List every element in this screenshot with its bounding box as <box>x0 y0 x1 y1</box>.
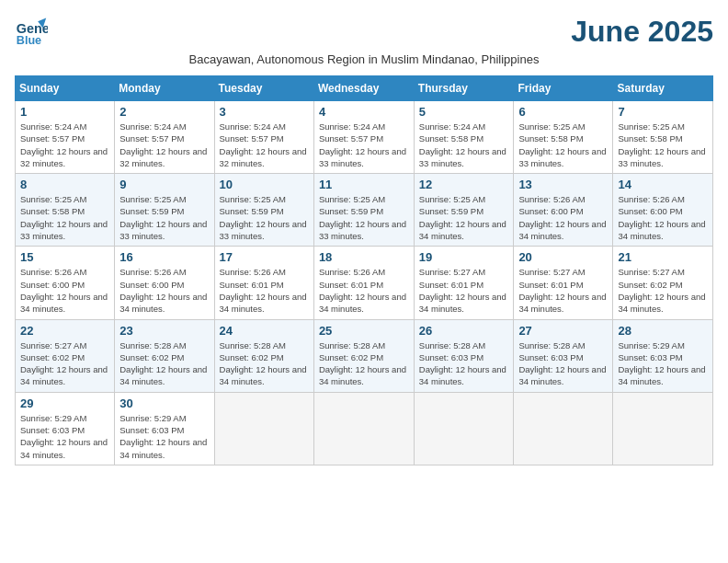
day-number: 21 <box>618 250 708 264</box>
day-info: Sunrise: 5:27 AMSunset: 6:01 PMDaylight:… <box>419 266 509 315</box>
header-monday: Monday <box>115 76 214 101</box>
header-wednesday: Wednesday <box>313 76 414 101</box>
day-number: 27 <box>518 324 608 338</box>
day-number: 20 <box>518 250 608 264</box>
day-info: Sunrise: 5:25 AMSunset: 5:58 PMDaylight:… <box>518 121 608 169</box>
day-info: Sunrise: 5:26 AMSunset: 6:00 PMDaylight:… <box>618 193 708 242</box>
day-number: 29 <box>20 396 109 410</box>
table-row: 18 Sunrise: 5:26 AMSunset: 6:01 PMDaylig… <box>313 247 414 319</box>
day-number: 24 <box>220 324 309 338</box>
day-number: 16 <box>119 250 209 264</box>
day-info: Sunrise: 5:28 AMSunset: 6:02 PMDaylight:… <box>220 339 309 388</box>
day-number: 5 <box>419 105 509 119</box>
calendar-week-row: 22 Sunrise: 5:27 AMSunset: 6:02 PMDaylig… <box>16 319 713 392</box>
logo-icon: General Blue <box>15 15 48 48</box>
table-row: 20 Sunrise: 5:27 AMSunset: 6:01 PMDaylig… <box>514 247 613 319</box>
day-info: Sunrise: 5:29 AMSunset: 6:03 PMDaylight:… <box>119 412 209 461</box>
day-info: Sunrise: 5:26 AMSunset: 6:01 PMDaylight:… <box>319 266 409 315</box>
table-row <box>214 392 313 465</box>
table-row: 4 Sunrise: 5:24 AMSunset: 5:57 PMDayligh… <box>313 101 414 174</box>
header-thursday: Thursday <box>414 76 514 101</box>
table-row: 22 Sunrise: 5:27 AMSunset: 6:02 PMDaylig… <box>16 319 115 392</box>
logo: General Blue <box>15 15 48 48</box>
svg-text:Blue: Blue <box>17 34 41 47</box>
day-number: 19 <box>419 250 509 264</box>
day-info: Sunrise: 5:26 AMSunset: 6:00 PMDaylight:… <box>518 193 608 242</box>
table-row: 7 Sunrise: 5:25 AMSunset: 5:58 PMDayligh… <box>613 101 713 174</box>
table-row: 26 Sunrise: 5:28 AMSunset: 6:03 PMDaylig… <box>414 319 514 392</box>
table-row: 10 Sunrise: 5:25 AMSunset: 5:59 PMDaylig… <box>214 174 313 247</box>
day-info: Sunrise: 5:24 AMSunset: 5:57 PMDaylight:… <box>20 121 109 169</box>
header-friday: Friday <box>514 76 613 101</box>
header-saturday: Saturday <box>613 76 713 101</box>
day-number: 15 <box>20 250 109 264</box>
day-number: 22 <box>20 324 109 338</box>
day-number: 6 <box>518 105 608 119</box>
day-info: Sunrise: 5:25 AMSunset: 5:59 PMDaylight:… <box>419 193 509 242</box>
table-row: 19 Sunrise: 5:27 AMSunset: 6:01 PMDaylig… <box>414 247 514 319</box>
day-number: 25 <box>319 324 409 338</box>
table-row: 3 Sunrise: 5:24 AMSunset: 5:57 PMDayligh… <box>214 101 313 174</box>
table-row: 28 Sunrise: 5:29 AMSunset: 6:03 PMDaylig… <box>613 319 713 392</box>
calendar-week-row: 29 Sunrise: 5:29 AMSunset: 6:03 PMDaylig… <box>16 392 713 465</box>
day-info: Sunrise: 5:24 AMSunset: 5:58 PMDaylight:… <box>419 121 509 169</box>
calendar: Sunday Monday Tuesday Wednesday Thursday… <box>15 75 713 465</box>
day-info: Sunrise: 5:25 AMSunset: 5:59 PMDaylight:… <box>220 193 309 242</box>
table-row: 6 Sunrise: 5:25 AMSunset: 5:58 PMDayligh… <box>514 101 613 174</box>
day-number: 2 <box>119 105 209 119</box>
day-info: Sunrise: 5:25 AMSunset: 5:58 PMDaylight:… <box>20 193 109 242</box>
table-row: 16 Sunrise: 5:26 AMSunset: 6:00 PMDaylig… <box>115 247 214 319</box>
day-number: 3 <box>220 105 309 119</box>
table-row: 1 Sunrise: 5:24 AMSunset: 5:57 PMDayligh… <box>16 101 115 174</box>
table-row: 30 Sunrise: 5:29 AMSunset: 6:03 PMDaylig… <box>115 392 214 465</box>
calendar-week-row: 15 Sunrise: 5:26 AMSunset: 6:00 PMDaylig… <box>16 247 713 319</box>
weekday-header-row: Sunday Monday Tuesday Wednesday Thursday… <box>16 76 713 101</box>
day-info: Sunrise: 5:28 AMSunset: 6:03 PMDaylight:… <box>518 339 608 388</box>
table-row: 8 Sunrise: 5:25 AMSunset: 5:58 PMDayligh… <box>16 174 115 247</box>
day-number: 18 <box>319 250 409 264</box>
table-row: 14 Sunrise: 5:26 AMSunset: 6:00 PMDaylig… <box>613 174 713 247</box>
calendar-week-row: 1 Sunrise: 5:24 AMSunset: 5:57 PMDayligh… <box>16 101 713 174</box>
header-tuesday: Tuesday <box>214 76 313 101</box>
day-info: Sunrise: 5:27 AMSunset: 6:02 PMDaylight:… <box>20 339 109 388</box>
day-info: Sunrise: 5:29 AMSunset: 6:03 PMDaylight:… <box>618 339 708 388</box>
day-info: Sunrise: 5:24 AMSunset: 5:57 PMDaylight:… <box>319 121 409 169</box>
day-number: 30 <box>119 396 209 410</box>
day-number: 26 <box>419 324 509 338</box>
table-row: 11 Sunrise: 5:25 AMSunset: 5:59 PMDaylig… <box>313 174 414 247</box>
day-info: Sunrise: 5:27 AMSunset: 6:01 PMDaylight:… <box>518 266 608 315</box>
day-number: 13 <box>518 178 608 191</box>
table-row <box>414 392 514 465</box>
day-number: 14 <box>618 178 708 191</box>
table-row: 25 Sunrise: 5:28 AMSunset: 6:02 PMDaylig… <box>313 319 414 392</box>
header: General Blue June 2025 <box>15 15 713 49</box>
calendar-week-row: 8 Sunrise: 5:25 AMSunset: 5:58 PMDayligh… <box>16 174 713 247</box>
day-info: Sunrise: 5:28 AMSunset: 6:02 PMDaylight:… <box>319 339 409 388</box>
table-row: 23 Sunrise: 5:28 AMSunset: 6:02 PMDaylig… <box>115 319 214 392</box>
day-number: 10 <box>220 178 309 191</box>
day-number: 7 <box>618 105 708 119</box>
table-row: 29 Sunrise: 5:29 AMSunset: 6:03 PMDaylig… <box>16 392 115 465</box>
table-row: 13 Sunrise: 5:26 AMSunset: 6:00 PMDaylig… <box>514 174 613 247</box>
day-number: 12 <box>419 178 509 191</box>
table-row: 27 Sunrise: 5:28 AMSunset: 6:03 PMDaylig… <box>514 319 613 392</box>
day-info: Sunrise: 5:26 AMSunset: 6:01 PMDaylight:… <box>220 266 309 315</box>
day-number: 11 <box>319 178 409 191</box>
day-info: Sunrise: 5:26 AMSunset: 6:00 PMDaylight:… <box>20 266 109 315</box>
day-info: Sunrise: 5:28 AMSunset: 6:03 PMDaylight:… <box>419 339 509 388</box>
day-info: Sunrise: 5:25 AMSunset: 5:59 PMDaylight:… <box>319 193 409 242</box>
table-row: 12 Sunrise: 5:25 AMSunset: 5:59 PMDaylig… <box>414 174 514 247</box>
day-info: Sunrise: 5:26 AMSunset: 6:00 PMDaylight:… <box>119 266 209 315</box>
table-row: 5 Sunrise: 5:24 AMSunset: 5:58 PMDayligh… <box>414 101 514 174</box>
day-number: 1 <box>20 105 109 119</box>
day-number: 28 <box>618 324 708 338</box>
month-title: June 2025 <box>571 15 713 49</box>
day-info: Sunrise: 5:28 AMSunset: 6:02 PMDaylight:… <box>119 339 209 388</box>
day-number: 8 <box>20 178 109 191</box>
day-info: Sunrise: 5:24 AMSunset: 5:57 PMDaylight:… <box>119 121 209 169</box>
table-row <box>313 392 414 465</box>
table-row: 24 Sunrise: 5:28 AMSunset: 6:02 PMDaylig… <box>214 319 313 392</box>
table-row: 17 Sunrise: 5:26 AMSunset: 6:01 PMDaylig… <box>214 247 313 319</box>
table-row <box>613 392 713 465</box>
subtitle: Bacayawan, Autonomous Region in Muslim M… <box>15 52 713 66</box>
